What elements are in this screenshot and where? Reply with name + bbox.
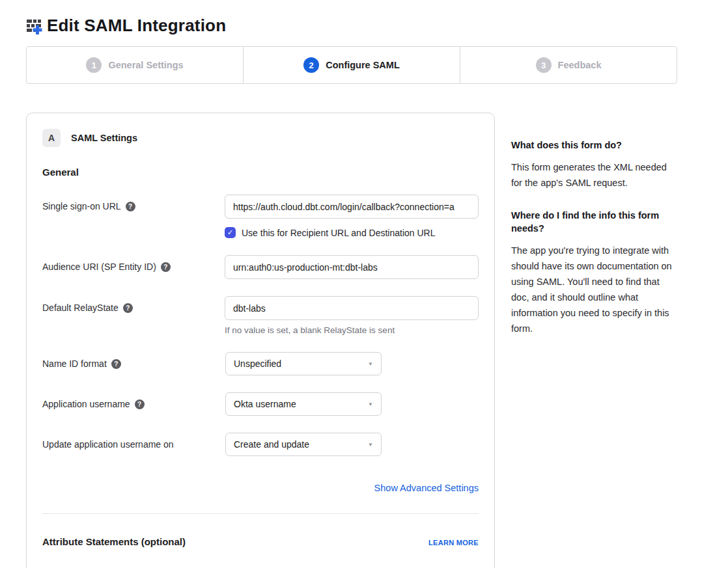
sidebar-block-what: What does this form do? This form genera… bbox=[511, 139, 678, 191]
step-wizard: 1 General Settings 2 Configure SAML 3 Fe… bbox=[26, 46, 677, 84]
application-username-label-wrap: Application username ? bbox=[42, 392, 225, 416]
advanced-settings-row: Show Advanced Settings bbox=[42, 482, 479, 494]
help-sidebar: What does this form do? This form genera… bbox=[511, 113, 678, 336]
relay-state-input[interactable] bbox=[225, 296, 479, 320]
chevron-down-icon: ▼ bbox=[368, 442, 373, 448]
relay-state-row: Default RelayState ? If no value is set,… bbox=[42, 296, 479, 335]
recipient-destination-checkbox-row[interactable]: ✓ Use this for Recipient URL and Destina… bbox=[225, 227, 479, 238]
relay-state-control: If no value is set, a blank RelayState i… bbox=[225, 296, 479, 335]
edit-saml-integration-page: Edit SAML Integration 1 General Settings… bbox=[0, 0, 728, 568]
audience-uri-input[interactable] bbox=[225, 255, 479, 279]
sidebar-block-where: Where do I find the info this form needs… bbox=[511, 209, 678, 336]
audience-uri-row: Audience URI (SP Entity ID) ? bbox=[42, 255, 479, 279]
step-configure-saml[interactable]: 2 Configure SAML bbox=[243, 47, 460, 83]
main-content: A SAML Settings General Single sign-on U… bbox=[26, 113, 728, 568]
step-3-number: 3 bbox=[536, 57, 552, 73]
audience-uri-label-wrap: Audience URI (SP Entity ID) ? bbox=[42, 255, 225, 279]
name-id-format-row: Name ID format ? Unspecified ▼ bbox=[42, 352, 479, 375]
name-id-format-label: Name ID format bbox=[42, 358, 107, 369]
relay-state-helper-text: If no value is set, a blank RelayState i… bbox=[225, 325, 479, 335]
step-feedback[interactable]: 3 Feedback bbox=[460, 47, 677, 83]
checkbox-checked-icon[interactable]: ✓ bbox=[225, 227, 236, 238]
section-divider bbox=[42, 513, 479, 514]
step-2-number: 2 bbox=[303, 57, 319, 73]
panel-header: A SAML Settings bbox=[42, 129, 479, 147]
step-1-label: General Settings bbox=[108, 60, 183, 70]
learn-more-link[interactable]: LEARN MORE bbox=[428, 539, 479, 547]
help-icon[interactable]: ? bbox=[123, 303, 133, 313]
help-icon[interactable]: ? bbox=[161, 262, 171, 272]
show-advanced-settings-link[interactable]: Show Advanced Settings bbox=[374, 483, 479, 493]
sidebar-answer-2: The app you're trying to integrate with … bbox=[511, 243, 678, 336]
saml-settings-panel: A SAML Settings General Single sign-on U… bbox=[26, 113, 495, 568]
name-id-format-control: Unspecified ▼ bbox=[225, 352, 479, 375]
audience-uri-label: Audience URI (SP Entity ID) bbox=[42, 262, 156, 272]
update-username-control: Create and update ▼ bbox=[225, 433, 479, 456]
step-general-settings[interactable]: 1 General Settings bbox=[27, 47, 243, 83]
name-id-format-label-wrap: Name ID format ? bbox=[42, 352, 225, 375]
update-username-select[interactable]: Create and update ▼ bbox=[225, 433, 382, 456]
chevron-down-icon: ▼ bbox=[368, 361, 373, 367]
step-3-label: Feedback bbox=[558, 60, 602, 70]
sso-url-input[interactable] bbox=[225, 195, 479, 219]
audience-uri-control bbox=[225, 255, 479, 279]
relay-state-label-wrap: Default RelayState ? bbox=[42, 296, 225, 335]
sidebar-answer-1: This form generates the XML needed for t… bbox=[511, 159, 678, 191]
sidebar-question-1: What does this form do? bbox=[511, 139, 678, 152]
update-username-label: Update application username on bbox=[42, 439, 174, 450]
recipient-destination-checkbox-label: Use this for Recipient URL and Destinati… bbox=[242, 228, 436, 238]
sso-url-label-wrap: Single sign-on URL ? bbox=[42, 195, 225, 238]
help-icon[interactable]: ? bbox=[135, 399, 145, 409]
application-username-value: Okta username bbox=[234, 399, 296, 409]
sso-url-control: ✓ Use this for Recipient URL and Destina… bbox=[225, 195, 479, 238]
update-username-label-wrap: Update application username on bbox=[42, 433, 225, 456]
chevron-down-icon: ▼ bbox=[368, 401, 373, 407]
sso-url-row: Single sign-on URL ? ✓ Use this for Reci… bbox=[42, 195, 479, 238]
update-username-value: Create and update bbox=[234, 439, 309, 450]
step-2-label: Configure SAML bbox=[326, 60, 400, 70]
sidebar-question-2: Where do I find the info this form needs… bbox=[511, 209, 678, 235]
name-id-format-value: Unspecified bbox=[234, 358, 281, 369]
application-username-select[interactable]: Okta username ▼ bbox=[225, 392, 382, 416]
application-username-row: Application username ? Okta username ▼ bbox=[42, 392, 479, 416]
help-icon[interactable]: ? bbox=[111, 359, 121, 369]
relay-state-label: Default RelayState bbox=[42, 303, 119, 313]
attribute-statements-header: Attribute Statements (optional) LEARN MO… bbox=[42, 536, 479, 547]
page-header: Edit SAML Integration bbox=[0, 0, 728, 36]
attribute-statements-heading: Attribute Statements (optional) bbox=[42, 536, 186, 547]
step-1-number: 1 bbox=[86, 57, 102, 73]
update-username-row: Update application username on Create an… bbox=[42, 433, 479, 456]
name-id-format-select[interactable]: Unspecified ▼ bbox=[225, 352, 382, 375]
application-username-control: Okta username ▼ bbox=[225, 392, 479, 416]
help-icon[interactable]: ? bbox=[126, 202, 135, 211]
sso-url-label: Single sign-on URL bbox=[42, 201, 121, 211]
section-a-badge: A bbox=[42, 129, 61, 147]
page-title: Edit SAML Integration bbox=[47, 16, 226, 36]
app-grid-plus-icon bbox=[26, 18, 43, 34]
general-heading: General bbox=[42, 167, 479, 178]
section-title: SAML Settings bbox=[71, 133, 137, 143]
application-username-label: Application username bbox=[42, 399, 130, 409]
